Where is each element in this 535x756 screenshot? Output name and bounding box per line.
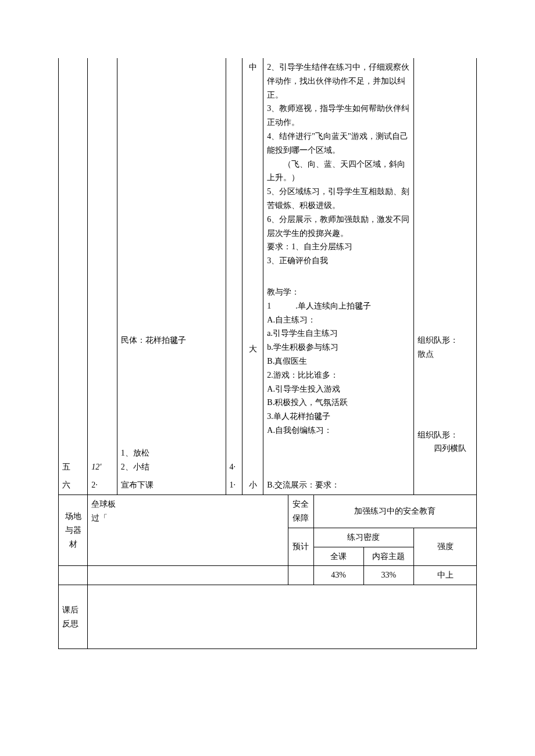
formation-b-l0: 组织队形： [418,428,473,442]
table-row: 课后反思 [59,585,477,649]
folk-sport-title: 民体：花样拍毽子 [121,334,222,347]
forecast-label: 预计 [288,528,313,566]
teach-block2-last: B.交流展示：要求： [263,476,414,495]
formation-empty [414,476,477,495]
teach-block2-l3: a.引导学生自主练习 [267,327,410,341]
teaching-col: 2、引导学生结伴在练习中，仔细观察伙伴动作，找出伙伴动作不足，并加以纠正。 3、… [263,58,414,476]
teach-block2-l6: 2.游戏：比比谁多： [267,368,410,382]
topic-value: 33% [363,566,413,585]
reflection-content [88,585,477,649]
teach-block1-l6: 要求：1、自主分层练习 [267,240,410,254]
intensity-small: 小 [242,476,263,495]
row-time-6: 2· [88,476,117,495]
teach-block1-l5: 6、分层展示，教师加强鼓励，激发不同层次学生的投掷兴趣。 [267,213,410,241]
intensity-col: 中 大 [242,58,263,476]
teach-block1-l4: 5、分区域练习，引导学生互相鼓励、刻苦锻炼、积极进级。 [267,185,410,213]
formation-a-l0: 组织队形： [418,334,473,347]
venue-content: 垒球板 过「 [88,495,288,566]
table-row: 六 2· 宣布下课 1· 小 B.交流展示：要求： [59,476,477,495]
relax-line2: 2、小结 [121,460,222,474]
teach-block2-l4: b.学生积极参与练习 [267,341,410,354]
reflection-label: 课后反思 [59,585,88,649]
content-col3: 民体：花样拍毽子 1、放松 2、小结 [117,58,226,476]
full-header: 全课 [313,547,363,566]
full-value: 43% [313,566,363,585]
teach-block2-l2: A.自主练习： [267,313,410,327]
table-row: 43% 33% 中上 [59,566,477,585]
teach-block1-l3: （飞、向、蓝、天四个区域，斜向上升。） [267,157,410,185]
venue-label: 场地与器材 [59,495,88,566]
teach-block2-l5: B.真假医生 [267,354,410,368]
teach-block2-l10: A.自我创编练习： [267,424,410,438]
strength-value: 中上 [414,566,477,585]
safety-label: 安全保障 [288,495,313,528]
density-header: 练习密度 [313,528,414,547]
teach-block2-l7: A.引导学生投入游戏 [267,382,410,396]
topic-header: 内容主题 [363,547,413,566]
strength-header: 强度 [414,528,477,566]
row-count-6: 1· [226,476,242,495]
venue-label-ext [59,566,88,585]
teach-block2-l9: 3.单人花样拍毽子 [267,410,410,424]
teach-block1-l0: 2、引导学生结伴在练习中，仔细观察伙伴动作，找出伙伴动作不足，并加以纠正。 [267,60,410,102]
formation-a-l2: 散点 [418,347,473,361]
teach-block2-l1: 1 .单人连续向上拍毽子 [267,299,410,313]
teach-block1-l7: 3、正确评价自我 [267,254,410,268]
teach-block2-l0: 教与学： [267,285,410,299]
dismiss-line: 宣布下课 [117,476,226,495]
forecast-ext [288,566,313,585]
row-count-5: 4· [226,58,242,476]
table-row: 场地与器材 垒球板 过「 安全保障 加强练习中的安全教育 [59,495,477,528]
row-num-6: 六 [59,476,88,495]
row-num-5: 五 [59,58,88,476]
formation-b-l1: 四列横队 [418,442,473,456]
relax-line1: 1、放松 [121,446,222,460]
intensity-big: 大 [246,342,259,356]
intensity-mid: 中 [246,60,259,75]
safety-content: 加强练习中的安全教育 [313,495,476,528]
table-row: 五 12′ 民体：花样拍毽子 1、放松 2、小结 4· 中 大 2、引导学生结伴… [59,58,477,476]
venue-content-ext [88,566,288,585]
lesson-plan-table: 五 12′ 民体：花样拍毽子 1、放松 2、小结 4· 中 大 2、引导学生结伴… [58,58,477,649]
formation-col: 组织队形： 散点 组织队形： 四列横队 [414,58,477,476]
teach-block2-l8: B.积极投入，气氛活跃 [267,396,410,410]
row-time-5: 12′ [88,58,117,476]
teach-block1-l1: 3、教师巡视，指导学生如何帮助伙伴纠正动作。 [267,102,410,130]
teach-block1-l2: 4、结伴进行"飞向蓝天"游戏，测试自己能投到哪一个区域。 [267,130,410,157]
